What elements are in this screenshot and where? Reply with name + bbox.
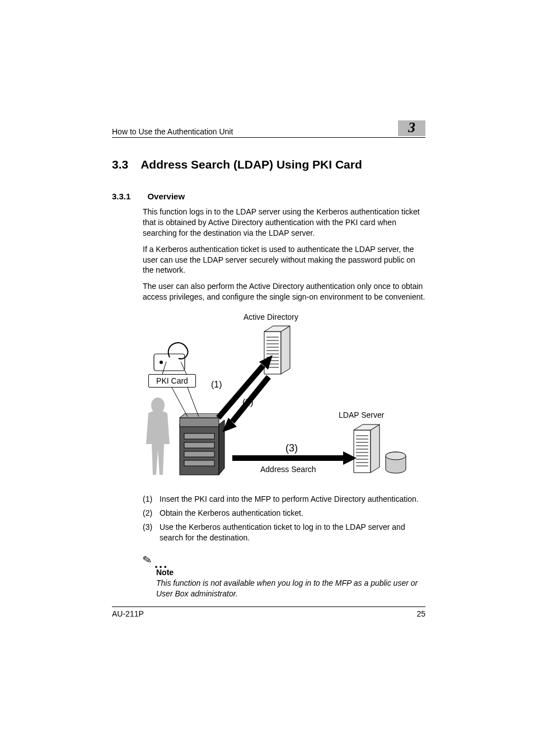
note-label: Note — [156, 568, 425, 577]
list-item: (3) Use the Kerberos authentication tick… — [143, 522, 425, 543]
diagram-step-1: (1) — [211, 380, 222, 390]
header-title: How to Use the Authentication Unit — [112, 127, 233, 136]
section-title: Address Search (LDAP) Using PKI Card — [140, 158, 362, 171]
step-text: Insert the PKI card into the MFP to perf… — [160, 494, 425, 505]
step-number: (3) — [143, 522, 156, 543]
arrows — [143, 312, 425, 486]
step-text: Obtain the Kerberos authentication ticke… — [160, 508, 425, 519]
footer-rule — [112, 606, 425, 607]
diagram-step-2: (2) — [242, 398, 254, 408]
page-header: How to Use the Authentication Unit 3 — [112, 120, 425, 138]
paragraph: If a Kerberos authentication ticket is u… — [143, 244, 425, 276]
section-heading: 3.3 Address Search (LDAP) Using PKI Card — [112, 158, 425, 171]
step-list: (1) Insert the PKI card into the MFP to … — [143, 494, 425, 543]
chapter-number-tab: 3 — [398, 120, 425, 136]
ellipsis-icon: ... — [154, 561, 168, 567]
step-number: (1) — [143, 494, 156, 505]
section-number: 3.3 — [112, 158, 128, 171]
subsection-title: Overview — [147, 192, 185, 201]
svg-marker-45 — [343, 451, 357, 465]
paragraph: This function logs in to the LDAP server… — [143, 207, 425, 239]
list-item: (1) Insert the PKI card into the MFP to … — [143, 494, 425, 505]
list-item: (2) Obtain the Kerberos authentication t… — [143, 508, 425, 519]
flow-diagram: Active Directory PKI Card — [143, 312, 425, 486]
diagram-step-3: (3) — [285, 442, 298, 454]
paragraph: The user can also perform the Active Dir… — [143, 281, 425, 302]
label-address-search: Address Search — [260, 465, 316, 474]
subsection-heading: 3.3.1 Overview — [112, 192, 425, 201]
subsection-number: 3.3.1 — [112, 192, 130, 201]
note-icon: ✎ — [142, 552, 153, 567]
step-number: (2) — [143, 508, 156, 519]
footer-model: AU-211P — [112, 609, 144, 618]
step-text: Use the Kerberos authentication ticket t… — [160, 522, 425, 543]
footer-page-number: 25 — [416, 609, 425, 618]
page-footer: AU-211P 25 — [112, 609, 425, 618]
note-block: ✎ ... Note This function is not availabl… — [143, 553, 425, 599]
note-text: This function is not available when you … — [156, 578, 425, 599]
